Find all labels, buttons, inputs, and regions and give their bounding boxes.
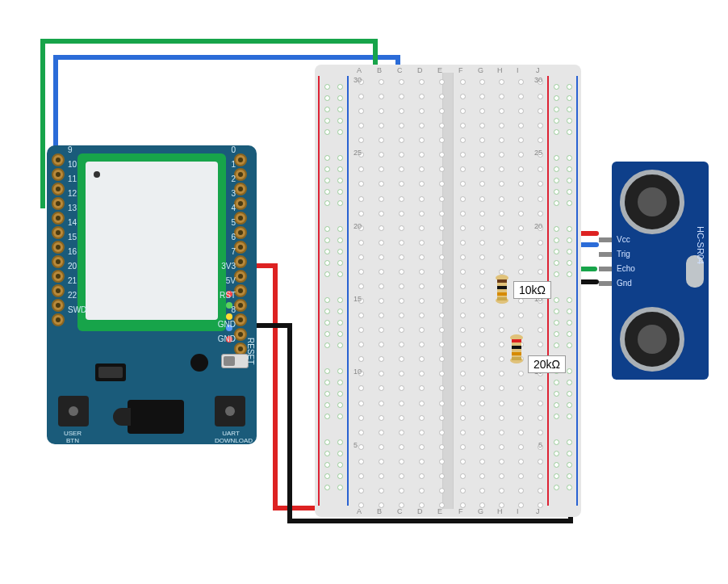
rail-hole bbox=[337, 297, 343, 303]
wire-echo bbox=[40, 39, 45, 208]
tie-point bbox=[419, 211, 425, 216]
rail-hole bbox=[554, 237, 559, 243]
tie-point bbox=[538, 459, 543, 464]
col-letter: A bbox=[357, 66, 362, 74]
tie-point bbox=[419, 225, 425, 231]
tie-point bbox=[499, 211, 504, 216]
tie-point bbox=[419, 488, 425, 494]
mcu-pin-label: GND bbox=[218, 334, 236, 343]
tie-point bbox=[379, 196, 384, 202]
tie-point bbox=[399, 123, 404, 128]
tie-point bbox=[439, 137, 445, 143]
tie-point bbox=[379, 444, 384, 450]
mcu-pin-label: 2 bbox=[231, 174, 236, 183]
tie-point bbox=[439, 240, 445, 246]
rail-hole bbox=[324, 237, 330, 243]
rail-hole bbox=[567, 320, 572, 326]
tie-point bbox=[379, 430, 384, 435]
col-letter: G bbox=[478, 66, 483, 74]
rail-hole bbox=[337, 368, 343, 374]
tie-point bbox=[439, 269, 445, 275]
tie-point bbox=[460, 181, 466, 187]
rail-hole bbox=[324, 155, 330, 161]
tie-point bbox=[499, 94, 504, 99]
mcu-pin-label: 5V bbox=[226, 276, 236, 285]
rail-hole bbox=[567, 331, 572, 337]
rail-hole bbox=[554, 260, 559, 266]
tie-point bbox=[499, 108, 504, 114]
tie-point bbox=[479, 94, 485, 99]
resistor-10k-label: 10kΩ bbox=[513, 281, 551, 299]
tie-point bbox=[358, 459, 364, 464]
tie-point bbox=[479, 108, 485, 114]
rail-hole bbox=[337, 237, 343, 243]
uart-download-button[interactable] bbox=[215, 396, 245, 426]
tie-point bbox=[419, 79, 425, 85]
rail-hole bbox=[567, 129, 572, 135]
user-button[interactable] bbox=[58, 396, 89, 426]
tie-point bbox=[379, 385, 384, 391]
rail-hole bbox=[337, 414, 343, 419]
tie-point bbox=[479, 444, 485, 450]
rail-hole bbox=[554, 309, 559, 314]
tie-point bbox=[358, 313, 364, 318]
mcu-pin-label: 16 bbox=[68, 247, 77, 256]
row-number: 10 bbox=[354, 368, 362, 376]
rail-hole bbox=[554, 473, 559, 479]
tie-point bbox=[460, 166, 466, 172]
rail-hole bbox=[324, 473, 330, 479]
tie-point bbox=[518, 371, 524, 376]
tie-point bbox=[460, 415, 466, 421]
tie-point bbox=[479, 356, 485, 362]
mcu-pin-0 bbox=[234, 153, 247, 166]
tie-point bbox=[419, 108, 425, 114]
reset-label: RESET bbox=[246, 338, 255, 364]
tie-point bbox=[379, 181, 384, 187]
tie-point bbox=[379, 166, 384, 172]
tie-point bbox=[399, 137, 404, 143]
rail-hole bbox=[554, 320, 559, 326]
rail-hole bbox=[554, 462, 559, 468]
rail-hole bbox=[324, 391, 330, 397]
rail-hole bbox=[337, 331, 343, 337]
tie-point bbox=[439, 385, 445, 391]
mcu-pin-GND bbox=[234, 328, 247, 341]
col-letter: I bbox=[517, 66, 519, 74]
tie-point bbox=[379, 108, 384, 114]
tie-point bbox=[379, 401, 384, 406]
rail-hole bbox=[554, 84, 559, 90]
tie-point bbox=[419, 430, 425, 435]
tie-point bbox=[399, 108, 404, 114]
col-letter: H bbox=[497, 507, 503, 515]
rail-hole bbox=[324, 414, 330, 419]
row-number: 25 bbox=[534, 149, 542, 157]
tie-point bbox=[439, 166, 445, 172]
tie-point bbox=[358, 94, 364, 99]
mcu-pin-15 bbox=[52, 241, 65, 254]
reset-switch[interactable] bbox=[221, 354, 249, 368]
tie-point bbox=[419, 327, 425, 333]
rail-hole bbox=[554, 95, 559, 101]
rail-hole bbox=[324, 309, 330, 314]
tie-point bbox=[419, 152, 425, 158]
rail-hole bbox=[324, 249, 330, 254]
rail-hole bbox=[337, 118, 343, 124]
tie-point bbox=[538, 94, 543, 99]
mcu-pin-label: 13 bbox=[68, 204, 77, 212]
tie-point bbox=[460, 313, 466, 318]
rail-hole bbox=[554, 155, 559, 161]
col-letter: E bbox=[437, 507, 442, 515]
tie-point bbox=[419, 342, 425, 347]
rail-hole bbox=[337, 249, 343, 254]
rail-hole bbox=[567, 178, 572, 183]
tie-point bbox=[538, 327, 543, 333]
tie-point bbox=[439, 473, 445, 479]
tie-point bbox=[399, 298, 404, 304]
tie-point bbox=[518, 444, 524, 450]
tie-point bbox=[479, 269, 485, 275]
tie-point bbox=[358, 254, 364, 260]
tie-point bbox=[460, 444, 466, 450]
rail-hole bbox=[554, 249, 559, 254]
tie-point bbox=[379, 123, 384, 128]
rail-hole bbox=[554, 451, 559, 456]
